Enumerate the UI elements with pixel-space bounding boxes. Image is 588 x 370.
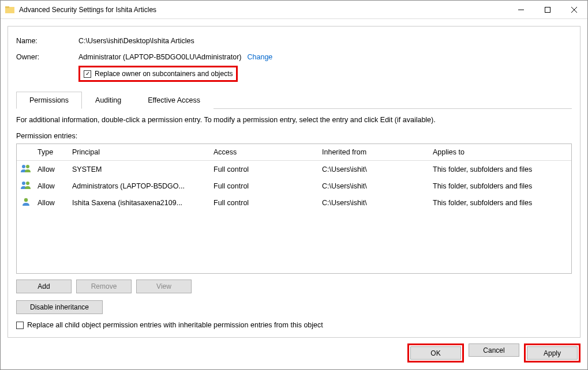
inner-panel: Name: C:\Users\ishit\Desktop\Ishita Arti… bbox=[8, 26, 580, 338]
owner-label: Owner: bbox=[16, 53, 78, 61]
row-icon bbox=[17, 162, 35, 176]
name-row: Name: C:\Users\ishit\Desktop\Ishita Arti… bbox=[16, 37, 572, 45]
row-icon bbox=[17, 179, 35, 193]
svg-rect-3 bbox=[545, 7, 550, 12]
minimize-button[interactable] bbox=[508, 1, 534, 18]
minimize-icon bbox=[518, 7, 524, 13]
close-button[interactable] bbox=[561, 1, 587, 18]
table-row[interactable]: AllowIshita Saxena (ishitasaxena2109...F… bbox=[17, 194, 571, 211]
tab-permissions[interactable]: Permissions bbox=[16, 92, 82, 109]
svg-point-6 bbox=[22, 165, 25, 168]
window-title: Advanced Security Settings for Ishita Ar… bbox=[19, 6, 508, 14]
cancel-button[interactable]: Cancel bbox=[469, 343, 519, 357]
row-principal: SYSTEM bbox=[70, 164, 211, 175]
row-inherited: C:\Users\ishit\ bbox=[320, 164, 430, 175]
row-type: Allow bbox=[35, 180, 70, 192]
tab-strip: Permissions Auditing Effective Access bbox=[16, 91, 572, 109]
replace-owner-highlight: ✓ Replace owner on subcontainers and obj… bbox=[78, 66, 238, 82]
row-access: Full control bbox=[211, 180, 320, 192]
row-inherited: C:\Users\ishit\ bbox=[320, 197, 430, 209]
row-access: Full control bbox=[211, 164, 320, 175]
permission-entries-table: Type Principal Access Inherited from App… bbox=[16, 144, 572, 274]
close-icon bbox=[571, 7, 577, 13]
col-icon-header bbox=[17, 146, 35, 158]
owner-value-container: Administrator (LAPTOP-B5DGO0LU\Administr… bbox=[78, 53, 272, 61]
tab-effective-access[interactable]: Effective Access bbox=[134, 92, 214, 109]
entries-label: Permission entries: bbox=[16, 132, 572, 140]
col-principal-header[interactable]: Principal bbox=[70, 146, 211, 158]
ok-highlight: OK bbox=[407, 343, 464, 363]
change-owner-link[interactable]: Change bbox=[248, 53, 273, 61]
row-inherited: C:\Users\ishit\ bbox=[320, 180, 430, 192]
folder-icon bbox=[5, 5, 14, 14]
maximize-icon bbox=[545, 7, 550, 13]
replace-owner-label: Replace owner on subcontainers and objec… bbox=[95, 70, 233, 78]
ok-button[interactable]: OK bbox=[410, 346, 461, 360]
svg-point-9 bbox=[26, 182, 29, 185]
svg-point-7 bbox=[26, 165, 29, 168]
col-type-header[interactable]: Type bbox=[35, 146, 70, 158]
row-type: Allow bbox=[35, 197, 70, 209]
view-button[interactable]: View bbox=[136, 280, 192, 293]
table-body: AllowSYSTEMFull controlC:\Users\ishit\Th… bbox=[17, 161, 571, 211]
name-value: C:\Users\ishit\Desktop\Ishita Articles bbox=[78, 37, 194, 45]
col-inherited-header[interactable]: Inherited from bbox=[320, 146, 430, 158]
maximize-button[interactable] bbox=[534, 1, 561, 18]
owner-value: Administrator (LAPTOP-B5DGO0LU\Administr… bbox=[78, 53, 242, 61]
apply-button[interactable]: Apply bbox=[527, 346, 578, 360]
disable-inheritance-button[interactable]: Disable inheritance bbox=[16, 300, 103, 314]
table-row[interactable]: AllowAdministrators (LAPTOP-B5DGO...Full… bbox=[17, 178, 571, 194]
replace-child-row: Replace all child object permission entr… bbox=[16, 321, 572, 329]
table-row[interactable]: AllowSYSTEMFull controlC:\Users\ishit\Th… bbox=[17, 161, 571, 178]
replace-child-label: Replace all child object permission entr… bbox=[27, 321, 323, 329]
row-applies: This folder, subfolders and files bbox=[430, 197, 571, 209]
tab-auditing[interactable]: Auditing bbox=[82, 92, 134, 109]
replace-owner-row: ✓ Replace owner on subcontainers and obj… bbox=[78, 66, 572, 82]
row-type: Allow bbox=[35, 164, 70, 175]
footer-buttons: OK Cancel Apply bbox=[1, 338, 587, 369]
owner-row: Owner: Administrator (LAPTOP-B5DGO0LU\Ad… bbox=[16, 53, 572, 61]
svg-point-10 bbox=[24, 198, 28, 202]
content-area: Name: C:\Users\ishit\Desktop\Ishita Arti… bbox=[1, 19, 587, 338]
window-controls bbox=[508, 1, 587, 18]
replace-child-checkbox[interactable] bbox=[16, 322, 24, 329]
apply-highlight: Apply bbox=[524, 343, 580, 363]
svg-point-8 bbox=[22, 182, 25, 185]
row-access: Full control bbox=[211, 197, 320, 209]
row-principal: Ishita Saxena (ishitasaxena2109... bbox=[70, 197, 211, 209]
info-text: For additional information, double-click… bbox=[16, 116, 572, 124]
col-access-header[interactable]: Access bbox=[211, 146, 320, 158]
security-settings-window: Advanced Security Settings for Ishita Ar… bbox=[0, 0, 588, 370]
svg-rect-1 bbox=[5, 6, 9, 8]
cancel-wrap: Cancel bbox=[469, 343, 519, 363]
row-applies: This folder, subfolders and files bbox=[430, 180, 571, 192]
col-applies-header[interactable]: Applies to bbox=[430, 146, 571, 158]
row-icon bbox=[17, 195, 35, 210]
remove-button[interactable]: Remove bbox=[76, 280, 132, 293]
name-label: Name: bbox=[16, 37, 78, 45]
row-principal: Administrators (LAPTOP-B5DGO... bbox=[70, 180, 211, 192]
table-header: Type Principal Access Inherited from App… bbox=[17, 144, 571, 161]
add-button[interactable]: Add bbox=[16, 280, 72, 293]
row-applies: This folder, subfolders and files bbox=[430, 164, 571, 175]
replace-owner-checkbox[interactable]: ✓ bbox=[84, 70, 91, 78]
action-buttons: Add Remove View bbox=[16, 280, 572, 293]
titlebar: Advanced Security Settings for Ishita Ar… bbox=[1, 1, 587, 19]
